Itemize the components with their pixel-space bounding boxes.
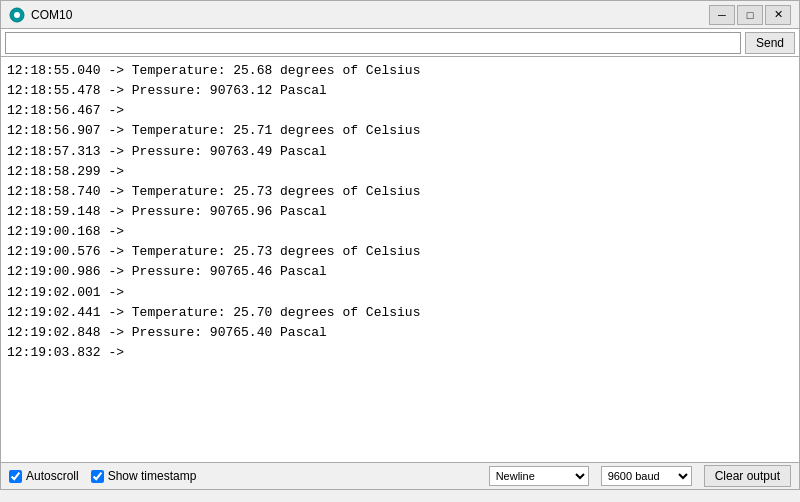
maximize-button[interactable]: □ <box>737 5 763 25</box>
bottom-bar: Autoscroll Show timestamp No line ending… <box>0 462 800 490</box>
baud-select[interactable]: 300 baud1200 baud2400 baud4800 baud9600 … <box>601 466 692 486</box>
log-line: 12:19:02.001 -> <box>7 283 793 303</box>
timestamp-group: Show timestamp <box>91 469 197 483</box>
autoscroll-checkbox[interactable] <box>9 470 22 483</box>
log-line: 12:18:57.313 -> Pressure: 90763.49 Pasca… <box>7 142 793 162</box>
input-bar: Send <box>0 28 800 56</box>
autoscroll-group: Autoscroll <box>9 469 79 483</box>
app-icon <box>9 7 25 23</box>
log-line: 12:19:00.168 -> <box>7 222 793 242</box>
timestamp-label[interactable]: Show timestamp <box>108 469 197 483</box>
close-button[interactable]: ✕ <box>765 5 791 25</box>
log-line: 12:18:56.467 -> <box>7 101 793 121</box>
log-line: 12:18:59.148 -> Pressure: 90765.96 Pasca… <box>7 202 793 222</box>
baud-group: 300 baud1200 baud2400 baud4800 baud9600 … <box>601 466 692 486</box>
log-line: 12:18:56.907 -> Temperature: 25.71 degre… <box>7 121 793 141</box>
window-controls: ─ □ ✕ <box>709 5 791 25</box>
autoscroll-label[interactable]: Autoscroll <box>26 469 79 483</box>
window-title: COM10 <box>31 8 709 22</box>
minimize-button[interactable]: ─ <box>709 5 735 25</box>
log-line: 12:18:58.740 -> Temperature: 25.73 degre… <box>7 182 793 202</box>
log-line: 12:19:00.986 -> Pressure: 90765.46 Pasca… <box>7 262 793 282</box>
title-bar: COM10 ─ □ ✕ <box>0 0 800 28</box>
show-timestamp-checkbox[interactable] <box>91 470 104 483</box>
send-button[interactable]: Send <box>745 32 795 54</box>
newline-select[interactable]: No line endingNewlineCarriage returnBoth… <box>489 466 589 486</box>
svg-point-1 <box>14 12 20 18</box>
newline-group: No line endingNewlineCarriage returnBoth… <box>489 466 589 486</box>
log-line: 12:19:00.576 -> Temperature: 25.73 degre… <box>7 242 793 262</box>
log-line: 12:18:55.040 -> Temperature: 25.68 degre… <box>7 61 793 81</box>
log-line: 12:18:58.299 -> <box>7 162 793 182</box>
log-line: 12:18:55.478 -> Pressure: 90763.12 Pasca… <box>7 81 793 101</box>
serial-output[interactable]: 12:18:55.040 -> Temperature: 25.68 degre… <box>1 57 799 462</box>
log-line: 12:19:02.441 -> Temperature: 25.70 degre… <box>7 303 793 323</box>
monitor-area: 12:18:55.040 -> Temperature: 25.68 degre… <box>0 56 800 462</box>
clear-output-button[interactable]: Clear output <box>704 465 791 487</box>
log-line: 12:19:03.832 -> <box>7 343 793 363</box>
log-line: 12:19:02.848 -> Pressure: 90765.40 Pasca… <box>7 323 793 343</box>
serial-input[interactable] <box>5 32 741 54</box>
